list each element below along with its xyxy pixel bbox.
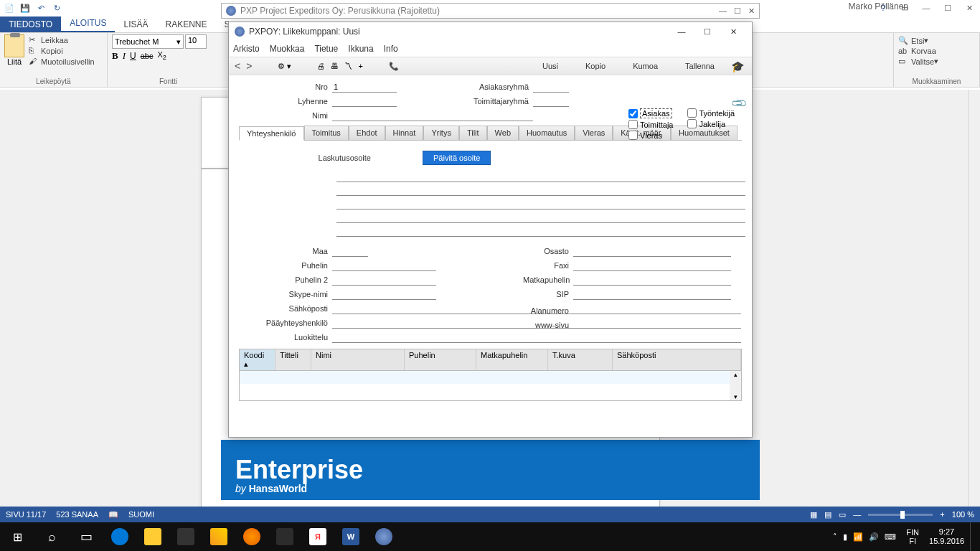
menu-tietue[interactable]: Tietue <box>314 44 338 54</box>
addr-line[interactable] <box>336 197 745 209</box>
select-button[interactable]: ▭Valitse ▾ <box>898 57 975 66</box>
chk-toimittaja[interactable]: Toimittaja <box>628 120 673 129</box>
tb-explorer[interactable] <box>136 522 169 551</box>
scroll-down-icon[interactable]: ▾ <box>734 393 738 400</box>
tb-word[interactable]: W <box>334 522 367 551</box>
tray-lang1[interactable]: FIN <box>906 528 919 537</box>
printer-settings-icon[interactable]: 🖶 <box>331 62 339 70</box>
tab-insert[interactable]: LISÄÄ <box>115 17 156 32</box>
perus-close[interactable]: ✕ <box>748 6 755 16</box>
chk-vieras[interactable]: Vieras <box>628 131 673 140</box>
tb-firefox[interactable] <box>235 522 268 551</box>
pxp-minimize[interactable]: — <box>669 23 694 40</box>
view-read-icon[interactable]: ▦ <box>810 510 817 519</box>
zoom-in-button[interactable]: + <box>940 510 944 519</box>
gh-puhelin[interactable]: Puhelin <box>405 349 476 370</box>
input-luok[interactable] <box>332 331 741 343</box>
clock-time[interactable]: 9:27 <box>929 527 964 537</box>
print-icon[interactable]: 🖨 <box>317 62 325 70</box>
tb-media[interactable] <box>202 522 235 551</box>
chk-tyontekija[interactable]: Työntekijä <box>687 108 735 118</box>
chart-icon[interactable]: 〽 <box>344 62 352 70</box>
close-icon[interactable]: ✕ <box>958 0 980 16</box>
vertical-scrollbar[interactable] <box>968 90 980 532</box>
menu-muokkaa[interactable]: Muokkaa <box>270 44 305 54</box>
status-lang[interactable]: SUOMI <box>128 510 154 519</box>
help-icon[interactable]: ? <box>872 0 894 16</box>
addr-line[interactable] <box>336 183 745 196</box>
chk-asiakas[interactable]: Asiakas <box>628 108 673 118</box>
gh-koodi[interactable]: Koodi ▴ <box>240 349 275 370</box>
grid-body[interactable]: ▴▾ <box>239 371 742 401</box>
format-painter-button[interactable]: 🖌Muotoilusivellin <box>29 57 95 67</box>
ptab-vieras[interactable]: Vieras <box>575 126 613 140</box>
clock-date[interactable]: 15.9.2016 <box>929 537 964 546</box>
cut-button[interactable]: ✂Leikkaa <box>29 35 95 45</box>
tray-wifi-icon[interactable]: 📶 <box>853 532 863 542</box>
paste-button[interactable]: Liitä <box>4 34 24 66</box>
search-button[interactable]: ⌕ <box>34 522 69 551</box>
gh-nimi[interactable]: Nimi <box>311 349 405 370</box>
input-asry[interactable] <box>533 81 569 93</box>
minimize-icon[interactable]: — <box>915 0 937 16</box>
nav-fwd-icon[interactable]: > <box>246 60 252 72</box>
input-faxi[interactable] <box>573 260 731 271</box>
ptab-web[interactable]: Web <box>487 126 519 140</box>
tool-kopio[interactable]: Kopio <box>585 62 606 70</box>
grid-scrollbar[interactable]: ▴▾ <box>730 371 741 400</box>
bold-button[interactable]: B <box>112 50 118 62</box>
copy-button[interactable]: ⎘Kopioi <box>29 46 95 56</box>
font-size-select[interactable]: 10 <box>185 34 207 49</box>
chk-jakelija[interactable]: Jakelija <box>687 119 735 128</box>
input-matka[interactable] <box>573 274 731 286</box>
tool-uusi[interactable]: Uusi <box>542 62 558 70</box>
input-puhelin2[interactable] <box>332 274 436 286</box>
input-lyhenne[interactable] <box>332 95 397 107</box>
input-maa[interactable] <box>332 245 368 257</box>
pxp-titlebar[interactable]: PXPOY: Liikekumppani: Uusi — ☐ ✕ <box>229 22 752 41</box>
status-page[interactable]: SIVU 11/17 <box>6 510 46 519</box>
input-sip[interactable] <box>573 288 731 300</box>
addr-line[interactable] <box>336 224 745 237</box>
tab-struct[interactable]: RAKENNE <box>157 17 216 32</box>
zoom-out-button[interactable]: — <box>853 510 861 519</box>
tb-dark[interactable] <box>268 522 301 551</box>
save-icon[interactable]: 💾 <box>19 1 32 14</box>
italic-button[interactable]: I <box>123 50 126 62</box>
view-print-icon[interactable]: ▤ <box>824 510 831 519</box>
paivita-osoite-button[interactable]: Päivitä osoite <box>423 151 491 165</box>
perus-minimize[interactable]: — <box>719 6 727 16</box>
font-name-select[interactable]: Trebuchet M▾ <box>112 34 184 49</box>
show-desktop[interactable] <box>970 522 980 551</box>
menu-info[interactable]: Info <box>384 44 398 54</box>
gh-matka[interactable]: Matkapuhelin <box>476 349 548 370</box>
gh-titteli[interactable]: Titteli <box>275 349 311 370</box>
tab-home[interactable]: ALOITUS <box>61 15 115 32</box>
tool-kumoa[interactable]: Kumoa <box>633 62 658 70</box>
ptab-ehdot[interactable]: Ehdot <box>349 126 385 140</box>
nav-back-icon[interactable]: < <box>235 60 240 72</box>
ptab-hinnat[interactable]: Hinnat <box>385 126 424 140</box>
tb-hansa[interactable] <box>367 522 400 551</box>
pxp-close[interactable]: ✕ <box>720 23 746 40</box>
ptab-yritys[interactable]: Yritys <box>423 126 459 140</box>
replace-button[interactable]: abKorvaa <box>898 47 975 55</box>
input-nimi[interactable] <box>332 110 533 121</box>
status-proof-icon[interactable]: 📖 <box>108 510 118 519</box>
input-toiry[interactable] <box>533 95 569 107</box>
tab-file[interactable]: TIEDOSTO <box>0 17 61 32</box>
ptab-yhteys[interactable]: Yhteyshenkilö <box>239 126 304 141</box>
zoom-value[interactable]: 100 % <box>952 510 974 519</box>
start-button[interactable]: ⊞ <box>0 522 34 551</box>
menu-arkisto[interactable]: Arkisto <box>233 44 260 54</box>
find-button[interactable]: 🔍Etsi ▾ <box>898 36 975 45</box>
tray-keyboard-icon[interactable]: ⌨ <box>885 532 896 542</box>
tray-lang2[interactable]: FI <box>906 537 919 545</box>
maximize-icon[interactable]: ☐ <box>937 0 958 16</box>
ribbon-collapse-icon[interactable]: ▭ <box>894 0 915 16</box>
tool-tallenna[interactable]: Tallenna <box>685 62 715 70</box>
graduation-icon[interactable]: 🎓 <box>731 60 745 73</box>
undo-icon[interactable]: ↶ <box>34 1 47 14</box>
gh-tkuva[interactable]: T.kuva <box>548 349 613 370</box>
redo-icon[interactable]: ↻ <box>50 1 63 14</box>
